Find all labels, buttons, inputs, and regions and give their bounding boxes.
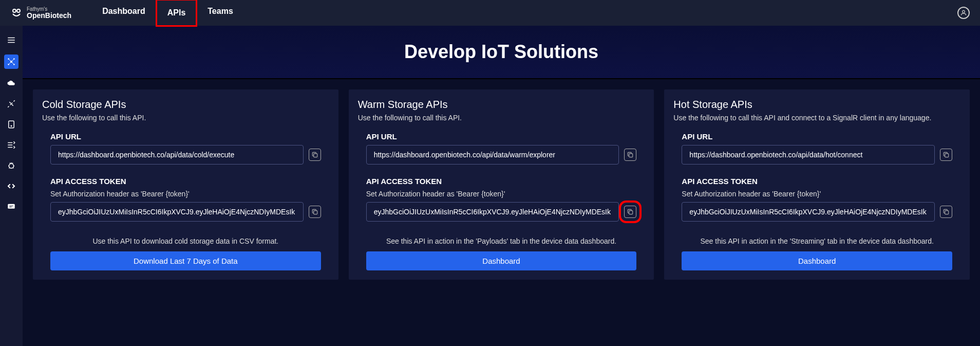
card-title: Warm Storage APIs (358, 99, 645, 111)
card-hot-storage: Hot Storage APIs Use the following to ca… (664, 89, 970, 280)
svg-line-14 (12, 62, 13, 64)
card-warm-storage: Warm Storage APIs Use the following to c… (349, 89, 654, 280)
card-subtitle: Use the following to call this API and c… (673, 114, 960, 122)
api-token-label: API ACCESS TOKEN (50, 177, 321, 186)
sidebar-item-cloud[interactable] (5, 77, 17, 89)
nav-tab-dashboard[interactable]: Dashboard (92, 0, 156, 27)
svg-line-12 (12, 60, 13, 61)
sidebar-item-device[interactable] (5, 118, 17, 131)
svg-point-8 (13, 58, 15, 60)
sidebar-item-flow[interactable] (5, 139, 17, 151)
sidebar-item-chat[interactable] (5, 201, 17, 213)
svg-rect-21 (629, 154, 633, 157)
topbar: Fathym's OpenBiotech Dashboard APIs Team… (0, 0, 980, 26)
svg-point-9 (8, 64, 9, 65)
svg-rect-19 (313, 154, 317, 157)
sidebar-item-code[interactable] (5, 180, 17, 192)
api-token-hint: Set Authorization header as 'Bearer {tok… (366, 190, 637, 198)
copy-icon[interactable] (940, 206, 952, 218)
svg-point-7 (8, 58, 9, 60)
svg-point-0 (13, 9, 16, 12)
download-button[interactable]: Download Last 7 Days of Data (50, 251, 321, 270)
svg-rect-23 (945, 154, 949, 157)
api-url-input[interactable]: https://dashboard.openbiotech.co/api/dat… (682, 145, 935, 165)
svg-rect-15 (9, 121, 14, 128)
card-cold-storage: Cold Storage APIs Use the following to c… (33, 89, 338, 280)
card-title: Cold Storage APIs (42, 99, 329, 111)
sidebar-menu-icon[interactable] (5, 34, 17, 46)
logo[interactable]: Fathym's OpenBiotech (10, 7, 71, 19)
copy-icon[interactable] (624, 149, 636, 161)
api-token-hint: Set Authorization header as 'Bearer {tok… (50, 190, 321, 198)
nav-tab-apis[interactable]: APIs (156, 0, 198, 27)
api-token-hint: Set Authorization header as 'Bearer {tok… (682, 190, 952, 198)
api-token-input[interactable]: eyJhbGciOiJIUzUxMiIsInR5cCI6IkpXVCJ9.eyJ… (366, 202, 619, 222)
api-url-label: API URL (366, 132, 637, 141)
svg-rect-20 (313, 211, 317, 214)
card-subtitle: Use the following to call this API. (358, 114, 645, 122)
svg-line-11 (9, 60, 11, 61)
nav-tabs: Dashboard APIs Teams (92, 0, 243, 27)
api-token-label: API ACCESS TOKEN (682, 177, 952, 186)
card-desc: See this API in action in the 'Payloads'… (366, 237, 637, 245)
sidebar-item-plug[interactable] (5, 98, 17, 110)
brand-logo-icon (10, 7, 23, 19)
api-token-label: API ACCESS TOKEN (366, 177, 637, 186)
account-icon[interactable] (957, 7, 970, 19)
dashboard-button[interactable]: Dashboard (366, 251, 637, 270)
svg-point-16 (11, 125, 12, 126)
card-title: Hot Storage APIs (673, 99, 960, 111)
cards-area: Cold Storage APIs Use the following to c… (23, 79, 980, 290)
dashboard-button[interactable]: Dashboard (682, 251, 952, 270)
svg-point-2 (963, 10, 965, 13)
sidebar (0, 26, 23, 346)
copy-icon[interactable] (940, 149, 952, 161)
api-url-label: API URL (682, 132, 952, 141)
svg-point-1 (17, 9, 20, 12)
hero: Develop IoT Solutions (23, 26, 980, 79)
api-url-input[interactable]: https://dashboard.openbiotech.co/api/dat… (50, 145, 304, 165)
svg-line-13 (9, 62, 11, 64)
svg-rect-18 (8, 204, 15, 209)
copy-icon[interactable] (309, 149, 321, 161)
card-desc: See this API in action in the 'Streaming… (682, 237, 952, 245)
svg-rect-22 (629, 211, 633, 214)
nav-tab-teams[interactable]: Teams (197, 0, 243, 27)
sidebar-item-bug[interactable] (5, 159, 17, 172)
svg-rect-24 (945, 211, 949, 214)
brand-text: Fathym's OpenBiotech (27, 7, 71, 19)
copy-icon[interactable] (624, 206, 636, 218)
api-token-input[interactable]: eyJhbGciOiJIUzUxMiIsInR5cCI6IkpXVCJ9.eyJ… (50, 202, 304, 222)
api-url-input[interactable]: https://dashboard.openbiotech.co/api/dat… (366, 145, 619, 165)
card-desc: Use this API to download cold storage da… (50, 237, 321, 245)
api-url-label: API URL (50, 132, 321, 141)
sidebar-item-iot[interactable] (4, 54, 18, 69)
page-title: Develop IoT Solutions (38, 41, 965, 63)
api-token-input[interactable]: eyJhbGciOiJIUzUxMiIsInR5cCI6IkpXVCJ9.eyJ… (682, 202, 935, 222)
content: Develop IoT Solutions Cold Storage APIs … (23, 26, 980, 346)
copy-icon[interactable] (309, 206, 321, 218)
svg-point-10 (13, 64, 15, 65)
card-subtitle: Use the following to call this API. (42, 114, 329, 122)
